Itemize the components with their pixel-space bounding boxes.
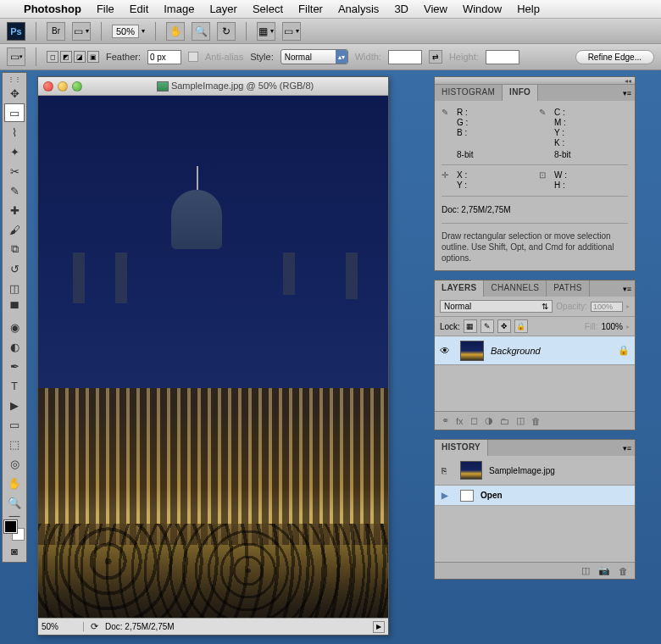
status-zoom[interactable]: 50% — [42, 622, 84, 631]
status-menu-icon[interactable]: ▶ — [373, 621, 385, 633]
layer-group-icon[interactable]: 🗀 — [500, 416, 509, 426]
tab-paths[interactable]: PATHS — [547, 280, 589, 297]
adjustment-layer-icon[interactable]: ◑ — [485, 415, 493, 426]
menu-filter[interactable]: Filter — [298, 3, 323, 15]
new-document-from-state-icon[interactable]: ◫ — [581, 565, 590, 576]
app-menu[interactable]: Photoshop — [24, 3, 81, 15]
tab-info[interactable]: INFO — [503, 85, 538, 101]
healing-brush-tool[interactable]: ✚ — [4, 201, 25, 219]
history-brush-tool[interactable]: ↺ — [4, 259, 25, 278]
type-tool[interactable]: T — [4, 376, 25, 395]
layer-fx-icon[interactable]: fx — [456, 416, 464, 426]
window-close-icon[interactable] — [43, 81, 53, 92]
hand-tool-button[interactable]: ✋ — [166, 22, 185, 41]
lock-pixels-icon[interactable]: ✎ — [480, 319, 494, 333]
zoom-tool-button[interactable]: 🔍 — [192, 22, 210, 41]
new-layer-icon[interactable]: ◫ — [516, 415, 525, 426]
menu-analysis[interactable]: Analysis — [338, 3, 379, 15]
menu-edit[interactable]: Edit — [130, 3, 148, 15]
selection-subtract-icon[interactable]: ◪ — [74, 51, 86, 63]
lasso-tool[interactable]: ⌇ — [4, 123, 25, 142]
menu-image[interactable]: Image — [164, 3, 194, 15]
selection-intersect-icon[interactable]: ▣ — [87, 51, 99, 63]
tab-history[interactable]: HISTORY — [435, 440, 488, 456]
style-select[interactable]: Normal ▴▾ — [281, 49, 348, 64]
tab-channels[interactable]: CHANNELS — [484, 280, 547, 297]
lock-position-icon[interactable]: ✥ — [497, 319, 511, 333]
clone-stamp-tool[interactable]: ⧉ — [4, 240, 25, 258]
bridge-icon[interactable]: Br — [47, 22, 65, 41]
layer-visibility-icon[interactable]: 👁 — [440, 345, 453, 357]
history-state-marker-icon[interactable]: ▶ — [442, 491, 453, 500]
menu-select[interactable]: Select — [253, 3, 283, 15]
3d-tool[interactable]: ⬚ — [4, 435, 25, 453]
selection-new-icon[interactable]: ◻ — [47, 51, 58, 63]
lock-all-icon[interactable]: 🔒 — [514, 319, 528, 333]
history-snapshot-row[interactable]: ⎘ SampleImage.jpg — [435, 456, 635, 486]
marquee-tool[interactable]: ▭ — [4, 103, 25, 122]
path-select-tool[interactable]: ▶ — [4, 396, 25, 414]
photoshop-icon[interactable]: Ps — [7, 22, 25, 41]
layer-mask-icon[interactable]: ◻ — [470, 415, 478, 426]
layer-name[interactable]: Background — [491, 346, 611, 356]
blend-mode-select[interactable]: Normal⇅ — [440, 300, 553, 313]
panel-menu-icon[interactable]: ▾≡ — [619, 440, 635, 456]
document-proxy-icon[interactable] — [157, 81, 169, 92]
screen-mode-2-button[interactable]: ▭ ▾ — [282, 22, 301, 41]
3d-camera-tool[interactable]: ◎ — [4, 454, 25, 473]
lock-transparency-icon[interactable]: ▦ — [464, 319, 477, 333]
zoom-combo[interactable]: 50% ▾ — [112, 25, 145, 38]
selection-add-icon[interactable]: ◩ — [60, 51, 72, 63]
menu-file[interactable]: File — [97, 3, 114, 15]
menu-layer[interactable]: Layer — [209, 3, 237, 15]
eyedropper-icon: ✎ — [539, 108, 551, 148]
marquee-tool-preset[interactable]: ▭ ▾ — [7, 47, 25, 66]
history-item[interactable]: ▶ Open — [435, 486, 635, 506]
shape-tool[interactable]: ▭ — [4, 415, 25, 434]
grip-icon[interactable]: ⋮⋮ — [4, 75, 25, 83]
history-brush-marker-icon[interactable]: ⎘ — [442, 466, 453, 475]
gradient-tool[interactable]: ▀ — [4, 298, 25, 317]
new-snapshot-icon[interactable]: 📷 — [598, 565, 610, 576]
move-tool[interactable]: ✥ — [4, 84, 25, 103]
delete-layer-icon[interactable]: 🗑 — [531, 416, 541, 426]
quick-mask-tool[interactable]: ◙ — [4, 541, 25, 560]
link-layers-icon[interactable]: ⚭ — [442, 415, 449, 426]
quick-select-tool[interactable]: ✦ — [4, 142, 25, 161]
foreground-color-swatch[interactable] — [4, 520, 17, 533]
layer-thumbnail[interactable] — [460, 341, 484, 361]
pen-tool[interactable]: ✒ — [4, 357, 25, 375]
panel-menu-icon[interactable]: ▾≡ — [619, 85, 635, 101]
status-doc-size[interactable]: Doc: 2,75M/2,75M — [105, 622, 175, 631]
document-canvas[interactable] — [38, 96, 388, 618]
menu-3d[interactable]: 3D — [394, 3, 408, 15]
rotate-view-button[interactable]: ↻ — [217, 22, 236, 41]
status-sync-icon[interactable]: ⟳ — [91, 621, 98, 632]
panel-menu-icon[interactable]: ▾≡ — [619, 280, 635, 297]
eraser-tool[interactable]: ◫ — [4, 279, 25, 297]
tab-histogram[interactable]: HISTOGRAM — [435, 85, 503, 101]
layer-row[interactable]: 👁 Background 🔒 — [435, 336, 635, 365]
style-label: Style: — [250, 52, 274, 62]
screen-mode-button[interactable]: ▭ ▾ — [72, 22, 91, 41]
window-minimize-icon[interactable] — [58, 81, 68, 92]
feather-input[interactable] — [147, 50, 181, 64]
menu-window[interactable]: Window — [463, 3, 502, 15]
eyedropper-tool[interactable]: ✎ — [4, 181, 25, 200]
menu-view[interactable]: View — [424, 3, 447, 15]
blur-tool[interactable]: ◉ — [4, 318, 25, 336]
tab-layers[interactable]: LAYERS — [435, 280, 484, 297]
menu-help[interactable]: Help — [517, 3, 540, 15]
refine-edge-button[interactable]: Refine Edge... — [575, 50, 654, 64]
color-swatches[interactable] — [4, 520, 25, 541]
window-zoom-icon[interactable] — [72, 81, 82, 92]
zoom-value[interactable]: 50% — [112, 25, 139, 38]
document-titlebar[interactable]: SampleImage.jpg @ 50% (RGB/8) — [38, 77, 388, 96]
crop-tool[interactable]: ✂ — [4, 162, 25, 180]
delete-state-icon[interactable]: 🗑 — [619, 566, 628, 576]
panel-collapse-icon[interactable]: ◂◂ — [625, 77, 631, 85]
dodge-tool[interactable]: ◐ — [4, 337, 25, 356]
hand-tool[interactable]: ✋ — [4, 474, 25, 492]
brush-tool[interactable]: 🖌 — [4, 220, 25, 239]
arrange-documents-button[interactable]: ▦ ▾ — [257, 22, 275, 41]
